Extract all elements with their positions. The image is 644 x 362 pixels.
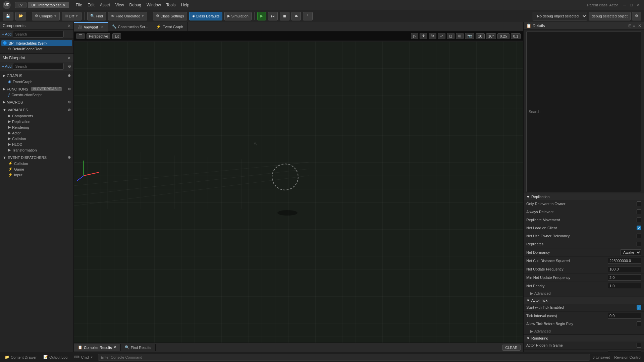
blueprint-settings-icon[interactable]: ⚙ xyxy=(68,64,71,69)
net-load-client-checkbox[interactable]: ✓ xyxy=(637,226,641,230)
functions-header[interactable]: ▶ FUNCTIONS 19 OVERRIDABLE ⊕ xyxy=(1,86,72,92)
construction-script-item[interactable]: ƒ ConstructionScript xyxy=(1,92,72,98)
output-log-btn[interactable]: 📝 Output Log xyxy=(41,354,69,360)
cmd-btn[interactable]: ⌨ Cmd ▼ xyxy=(72,354,95,360)
actor-hidden-checkbox[interactable] xyxy=(637,343,641,348)
construction-tab[interactable]: 🔧 Construction Scr... xyxy=(108,22,153,32)
var-transformation[interactable]: ▶Transformation xyxy=(1,147,72,153)
hide-unrelated-btn[interactable]: 👁 Hide Unrelated ▼ xyxy=(108,12,147,20)
event-dispatchers-header[interactable]: ▼ EVENT DISPATCHERS ⊕ xyxy=(1,154,72,161)
tab-bp[interactable]: BP_Interactables* ✕ xyxy=(28,2,69,8)
class-settings-btn[interactable]: ⚙ Class Settings xyxy=(153,12,187,20)
menu-item-edit[interactable]: Edit xyxy=(85,1,97,9)
actor-tick-header[interactable]: ▼ Actor Tick xyxy=(524,297,644,304)
tab-lv[interactable]: LV xyxy=(15,2,26,8)
find-results-tab[interactable]: 🔍 Find Results xyxy=(121,344,156,351)
ed-game[interactable]: ⚡Game xyxy=(1,166,72,172)
only-relevant-checkbox[interactable] xyxy=(637,201,641,206)
my-blueprint-close[interactable]: ✕ xyxy=(67,56,71,60)
components-close[interactable]: ✕ xyxy=(67,23,71,28)
details-search[interactable] xyxy=(526,31,641,192)
var-actor[interactable]: ▶Actor xyxy=(1,130,72,136)
variables-header[interactable]: ▼ VARIABLES ⊕ xyxy=(1,107,72,113)
rotate-btn[interactable]: ↻ xyxy=(429,33,436,39)
variables-add-icon[interactable]: ⊕ xyxy=(68,108,71,112)
graphs-header[interactable]: ▶ GRAPHS ⊕ xyxy=(1,72,72,79)
graphs-add-icon[interactable]: ⊕ xyxy=(68,73,71,78)
surface-btn[interactable]: ◻ xyxy=(447,33,454,39)
event-graph-item[interactable]: ◉ EventGraph xyxy=(1,79,72,84)
debug-selected-btn[interactable]: debug selected object xyxy=(589,12,631,20)
viewport-menu-btn[interactable]: ☰ xyxy=(76,33,85,39)
macros-add-icon[interactable]: ⊕ xyxy=(68,100,71,104)
tick-before-begin-checkbox[interactable] xyxy=(637,321,641,326)
replication-section-header[interactable]: ▼ Replication xyxy=(524,193,644,200)
select-mode-btn[interactable]: ▷ xyxy=(411,33,418,39)
viewport-area[interactable]: ☰ Perspective Lit ▷ ✛ ↻ ⤢ ◻ ⊞ 📷 10 10° 0… xyxy=(74,32,523,343)
var-collision[interactable]: ▶Collision xyxy=(1,136,72,141)
open-btn[interactable]: 📂 xyxy=(15,12,26,20)
min-net-update-input[interactable] xyxy=(608,275,641,281)
tick-enabled-checkbox[interactable]: ✓ xyxy=(637,305,641,310)
compiler-results-tab[interactable]: 📋 Compiler Results ✕ xyxy=(74,344,121,351)
scale-snap-btn[interactable]: 0.25 xyxy=(497,33,509,39)
net-dormancy-select[interactable]: Awake xyxy=(620,249,641,255)
replication-advanced-row[interactable]: ▶ Advanced xyxy=(524,290,644,297)
var-components[interactable]: ▶Components xyxy=(1,113,72,119)
translate-btn[interactable]: ✛ xyxy=(420,33,427,39)
compiler-results-close[interactable]: ✕ xyxy=(113,345,116,350)
compile-btn[interactable]: ⚙ Compile ▼ xyxy=(32,12,60,20)
functions-add-icon[interactable]: ⊕ xyxy=(68,87,71,91)
event-graph-tab[interactable]: ⚡ Event Graph xyxy=(152,22,187,32)
ed-collision[interactable]: ⚡Collision xyxy=(1,161,72,166)
menu-item-file[interactable]: File xyxy=(73,1,85,9)
details-grid-view-btn[interactable]: ⊞ xyxy=(628,23,632,28)
viewport-tab-close[interactable]: ✕ xyxy=(101,25,104,29)
menu-item-asset[interactable]: Asset xyxy=(97,1,113,9)
tree-item-default-scene-root[interactable]: ⊙ DefaultSceneRoot xyxy=(1,46,72,52)
menu-item-help[interactable]: Help xyxy=(178,1,192,9)
tree-item-bp-self[interactable]: 🔷 BP_Interactables (Self) xyxy=(1,40,72,46)
net-update-freq-input[interactable] xyxy=(608,266,641,272)
debug-object-select[interactable]: No debug object selected xyxy=(533,12,587,20)
diff-btn[interactable]: ⊞ Diff ▼ xyxy=(62,12,81,20)
components-search[interactable] xyxy=(13,31,64,38)
menu-item-debug[interactable]: Debug xyxy=(127,1,144,9)
find-btn[interactable]: 🔍 Find xyxy=(87,12,106,20)
camera-btn[interactable]: 📷 xyxy=(465,33,474,39)
skip-btn[interactable]: ⏭ xyxy=(268,12,278,20)
grid-size-btn[interactable]: 10 xyxy=(476,33,484,39)
var-rendering[interactable]: ▶Rendering xyxy=(1,124,72,130)
viewport-tab[interactable]: 🎥 Viewport ✕ xyxy=(74,22,108,32)
simulation-btn[interactable]: ▶ Simulation xyxy=(224,12,251,20)
ed-input[interactable]: ⚡Input xyxy=(1,172,72,178)
close-btn[interactable]: ✕ xyxy=(635,3,641,7)
replicate-movement-checkbox[interactable] xyxy=(637,218,641,222)
var-replication[interactable]: ▶Replication xyxy=(1,119,72,124)
add-component-btn[interactable]: + Add xyxy=(2,32,11,36)
billboard-scale-input[interactable] xyxy=(608,351,641,352)
add-blueprint-btn[interactable]: + Add xyxy=(2,64,11,68)
grid-btn[interactable]: ⊞ xyxy=(456,33,464,39)
eject-btn[interactable]: ⏏ xyxy=(291,12,301,20)
lit-btn[interactable]: Lit xyxy=(112,33,121,39)
class-defaults-btn[interactable]: ◈ Class Defaults xyxy=(189,12,223,20)
maximize-btn[interactable]: □ xyxy=(629,3,634,7)
menu-btn[interactable]: ⋮ xyxy=(303,12,313,20)
event-dispatchers-add-icon[interactable]: ⊕ xyxy=(68,155,71,160)
menu-item-window[interactable]: Window xyxy=(144,1,164,9)
replicates-checkbox[interactable] xyxy=(637,242,641,246)
rotation-snap-btn[interactable]: 10° xyxy=(486,33,496,39)
details-list-view-btn[interactable]: ≡ xyxy=(633,23,635,28)
tick-interval-input[interactable] xyxy=(608,313,641,319)
console-input[interactable] xyxy=(98,354,590,361)
rendering-header[interactable]: ▼ Rendering xyxy=(524,335,644,342)
actor-tick-advanced-row[interactable]: ▶ Advanced xyxy=(524,328,644,335)
stop-btn[interactable]: ⏹ xyxy=(280,12,289,20)
details-close-btn[interactable]: ✕ xyxy=(638,23,641,28)
always-relevant-checkbox[interactable] xyxy=(637,209,641,214)
play-btn[interactable]: ▶ xyxy=(257,12,266,20)
clear-btn[interactable]: CLEAR xyxy=(502,345,521,351)
net-priority-input[interactable] xyxy=(608,283,641,289)
menu-item-view[interactable]: View xyxy=(113,1,127,9)
